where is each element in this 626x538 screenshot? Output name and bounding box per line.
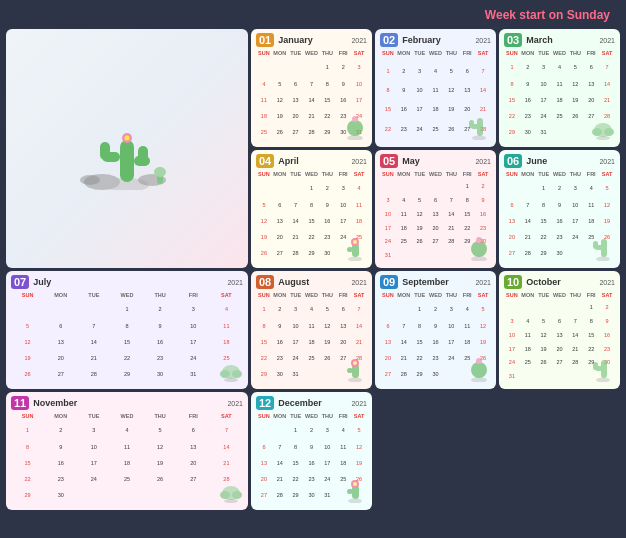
svg-point-46 [348,378,362,383]
month-num-03: 03 [504,33,522,47]
svg-point-39 [220,370,230,378]
day-cell: 19 [443,105,459,124]
day-cell: 24 [319,475,335,491]
month-num-07: 07 [11,275,29,289]
day-header: WED [552,170,568,184]
day-cell: 4 [351,184,367,200]
day-cell: 2 [272,305,288,321]
day-cell: 20 [44,354,77,370]
day-cell: 24 [288,354,304,370]
day-cell: 4 [459,305,475,321]
day-cell: 16 [335,96,351,112]
day-cell: 7 [396,322,412,338]
day-cell: 28 [288,249,304,265]
day-cell: 21 [272,475,288,491]
day-cell: 19 [412,224,428,238]
day-cell: 17 [335,217,351,233]
day-header: SAT [351,412,367,426]
day-cell: 25 [428,125,444,144]
day-cell: . [256,426,272,442]
day-cell: 14 [443,210,459,224]
day-cell: 19 [11,354,44,370]
day-cell: 20 [504,233,520,249]
day-cell: 5 [536,317,552,331]
day-cell: 13 [335,322,351,338]
day-cell: 2 [599,303,615,317]
day-cell: 21 [304,112,320,128]
day-cell: 15 [110,338,143,354]
day-cell: 16 [272,338,288,354]
day-cell: 10 [335,201,351,217]
svg-point-56 [220,491,230,499]
day-cell: 5 [475,305,491,321]
svg-point-37 [596,257,610,262]
svg-point-32 [476,237,482,243]
month-year-03: 2021 [599,37,615,44]
day-header: SUN [380,49,396,67]
day-cell: 6 [335,305,351,321]
day-cell: . [11,305,44,321]
day-header: SAT [599,291,615,303]
day-cell: 27 [272,249,288,265]
day-header: SUN [380,170,396,182]
day-cell: 24 [380,237,396,251]
day-cell: 20 [583,96,599,112]
svg-point-45 [353,361,357,365]
day-cell: 14 [351,322,367,338]
day-cell: 3 [177,305,210,321]
day-cell: 21 [567,345,583,359]
day-cell: 2 [428,305,444,321]
day-cell: 22 [110,354,143,370]
day-cell: . [504,184,520,200]
day-cell: 2 [44,426,77,442]
day-cell: 10 [536,80,552,96]
day-cell: 1 [380,67,396,86]
month-num-09: 09 [380,275,398,289]
day-cell: 10 [380,210,396,224]
day-header: SUN [256,412,272,426]
day-cell: 8 [412,322,428,338]
day-cell: 17 [77,459,110,475]
day-header: SUN [256,49,272,63]
day-cell: . [443,182,459,196]
day-cell: 15 [459,210,475,224]
day-cell: 20 [256,475,272,491]
day-cell: . [272,63,288,79]
day-cell: 26 [412,237,428,251]
day-header: FRI [459,291,475,305]
day-cell: 18 [335,459,351,475]
month-name-04: April [278,156,299,166]
day-cell: . [567,303,583,317]
day-cell: 14 [288,217,304,233]
day-header: SAT [351,291,367,305]
day-cell: 24 [443,354,459,370]
day-cell: 17 [177,338,210,354]
day-cell: 13 [177,443,210,459]
day-cell: 12 [536,331,552,345]
day-cell: 2 [144,305,177,321]
week-day: Sunday [567,8,610,22]
day-header: MON [520,49,536,63]
day-cell: 28 [396,370,412,386]
day-cell: 9 [552,201,568,217]
cactus-icon-11 [217,475,245,507]
day-cell: 1 [304,184,320,200]
month-name-11: November [33,398,77,408]
day-cell: 31 [504,372,520,386]
day-cell: 17 [504,345,520,359]
month-year-07: 2021 [227,279,243,286]
day-cell: 19 [144,459,177,475]
day-cell: 19 [567,96,583,112]
day-header: FRI [335,49,351,63]
day-cell: 4 [428,67,444,86]
day-cell: 9 [475,196,491,210]
day-cell: 5 [319,305,335,321]
day-cell: 12 [443,86,459,105]
day-header: THU [567,291,583,303]
svg-point-24 [596,136,610,140]
day-cell: 20 [288,112,304,128]
day-cell: 25 [552,112,568,128]
day-header: WED [110,291,143,305]
day-header: WED [304,170,320,184]
day-header: FRI [177,412,210,426]
